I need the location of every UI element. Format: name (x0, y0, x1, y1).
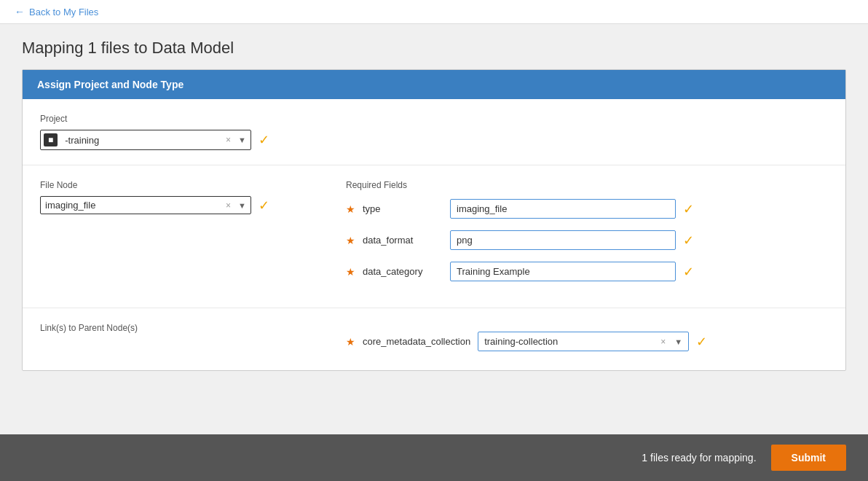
file-node-left: File Node imaging_file × ▼ ✓ (40, 180, 302, 293)
required-fields-right: Required Fields ★ type ✓ ★ data_format ✓… (346, 180, 828, 293)
page-title: Mapping 1 files to Data Model (0, 24, 868, 69)
link-field-row: ★ core_metadata_collection training-coll… (346, 332, 828, 351)
required-fields-label: Required Fields (346, 180, 828, 190)
data-format-field-name: data_format (363, 235, 443, 246)
data-format-check-icon: ✓ (683, 232, 694, 249)
link-field-name: core_metadata_collection (363, 336, 470, 347)
link-clear-icon[interactable]: × (658, 337, 668, 347)
link-star-icon: ★ (346, 336, 355, 348)
type-field-name: type (363, 203, 443, 214)
type-star-icon: ★ (346, 203, 355, 215)
project-label: Project (40, 114, 828, 124)
back-arrow-icon: ← (15, 6, 25, 17)
project-check-icon: ✓ (259, 132, 269, 148)
file-node-section: File Node imaging_file × ▼ ✓ Required Fi… (23, 165, 845, 308)
project-value: -training (60, 132, 223, 149)
type-field-row: ★ type ✓ (346, 199, 828, 219)
data-category-field-input[interactable] (450, 262, 676, 281)
data-format-field-row: ★ data_format ✓ (346, 230, 828, 250)
back-link[interactable]: ← Back to My Files (15, 6, 98, 17)
file-node-field-row: imaging_file × ▼ ✓ (40, 196, 302, 214)
data-format-field-input[interactable] (450, 230, 676, 250)
card-header: Assign Project and Node Type (23, 70, 845, 99)
link-left: Link(s) to Parent Node(s) (40, 323, 302, 363)
project-dropdown-icon[interactable]: ▼ (234, 136, 250, 144)
main-card: Assign Project and Node Type Project ■ -… (22, 69, 846, 371)
data-category-check-icon: ✓ (683, 264, 694, 280)
back-link-label: Back to My Files (29, 7, 98, 17)
project-select[interactable]: ■ -training × ▼ (40, 130, 251, 150)
project-clear-icon[interactable]: × (223, 135, 234, 145)
file-node-dropdown-icon[interactable]: ▼ (234, 201, 250, 210)
link-section: Link(s) to Parent Node(s) ★ core_metadat… (23, 308, 845, 370)
data-category-field-name: data_category (363, 266, 443, 277)
link-check-icon: ✓ (696, 334, 707, 350)
file-node-label: File Node (40, 180, 302, 190)
data-format-star-icon: ★ (346, 235, 355, 246)
type-field-input[interactable] (450, 199, 676, 219)
file-node-select[interactable]: imaging_file × ▼ (40, 196, 251, 214)
file-node-value: imaging_file (41, 197, 223, 214)
data-category-star-icon: ★ (346, 266, 355, 278)
project-section: Project ■ -training × ▼ ✓ (23, 99, 845, 165)
project-tag: ■ (44, 133, 58, 146)
link-label: Link(s) to Parent Node(s) (40, 323, 302, 333)
top-nav: ← Back to My Files (0, 0, 868, 24)
project-field-row: ■ -training × ▼ ✓ (40, 130, 828, 150)
link-right: ★ core_metadata_collection training-coll… (346, 323, 828, 363)
link-field-select[interactable]: training-collection × ▼ (478, 332, 689, 351)
link-dropdown-icon[interactable]: ▼ (668, 337, 688, 346)
data-category-field-row: ★ data_category ✓ (346, 262, 828, 281)
link-field-value: training-collection (478, 332, 658, 351)
type-check-icon: ✓ (683, 201, 694, 217)
file-node-clear-icon[interactable]: × (223, 200, 234, 211)
file-node-check-icon: ✓ (259, 198, 269, 214)
